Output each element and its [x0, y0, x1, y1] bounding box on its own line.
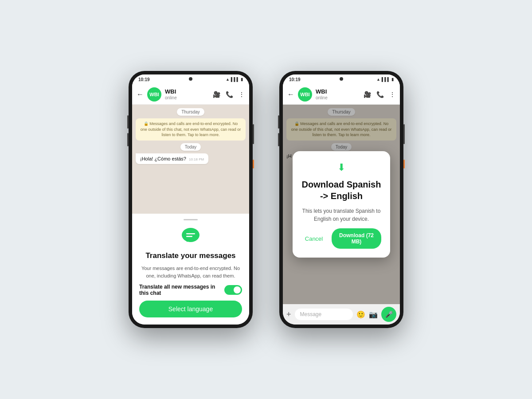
chat-bubble-icon [180, 225, 201, 246]
phone-2-screen: 10:19 ▲ ▌▌▌ ▮ ← WBI WBI online 🎥 📞 ⋮ [283, 74, 400, 325]
time-display-2: 10:19 [289, 77, 301, 82]
avatar-1: WBI [147, 87, 161, 102]
back-button-2[interactable]: ← [287, 90, 294, 98]
download-icon: ⬇ [337, 162, 345, 173]
date-label-thursday-1: Thursday [177, 108, 204, 116]
header-icons-2: 🎥 📞 ⋮ [364, 91, 395, 98]
input-bar-2: + Message 🙂 📷 🎤 [283, 304, 400, 325]
power-button-2 [403, 124, 405, 144]
call-icon-1[interactable]: 📞 [226, 91, 233, 98]
mic-icon: 🎤 [385, 311, 393, 318]
signal-icon-1: ▌▌▌ [231, 77, 239, 82]
contact-info-1: WBI online [165, 88, 209, 100]
volume-button-2 [127, 133, 129, 146]
video-icon-1[interactable]: 🎥 [213, 91, 220, 98]
chat-area-1: Thursday 🔒 Messages and calls are end-to… [132, 105, 249, 214]
contact-name-2: WBI [316, 88, 360, 95]
download-dialog: ⬇ Download Spanish -> English This lets … [293, 151, 390, 258]
avatar-2: WBI [298, 87, 312, 102]
message-time-1: 10:18 PM [189, 157, 204, 161]
contact-status-2: online [316, 95, 360, 100]
dialog-description: This lets you translate Spanish to Engli… [301, 207, 381, 223]
phone-1-screen: 10:19 ▲ ▌▌▌ ▮ ← WBI WBI online 🎥 📞 ⋮ [132, 74, 249, 325]
mic-button[interactable]: 🎤 [381, 307, 396, 322]
message-input[interactable]: Message [295, 309, 353, 320]
volume-button-3 [278, 115, 279, 129]
contact-info-2: WBI online [316, 88, 360, 100]
status-bar-1: 10:19 ▲ ▌▌▌ ▮ [132, 74, 249, 84]
video-icon-2[interactable]: 🎥 [364, 91, 371, 98]
toggle-row-1: Translate all new messages in this chat [139, 284, 242, 296]
orange-stripe-2 [403, 160, 405, 168]
dialog-overlay: ⬇ Download Spanish -> English This lets … [283, 105, 400, 304]
toggle-switch-1[interactable] [224, 285, 242, 295]
status-icons-2: ▲ ▌▌▌ ▮ [376, 77, 394, 82]
svg-point-0 [182, 228, 200, 242]
svg-rect-2 [186, 236, 192, 237]
select-language-button[interactable]: Select language [139, 301, 242, 317]
message-text-1: ¡Hola! ¿Cómo estás? [140, 156, 186, 161]
status-bar-2: 10:19 ▲ ▌▌▌ ▮ [283, 74, 400, 84]
volume-button-4 [278, 133, 279, 146]
chat-bubble-1: ¡Hola! ¿Cómo estás? 10:18 PM [136, 153, 208, 164]
dialog-buttons: Cancel Download (72 MB) [301, 228, 381, 249]
power-button [253, 124, 254, 144]
phone-1: 10:19 ▲ ▌▌▌ ▮ ← WBI WBI online 🎥 📞 ⋮ [129, 71, 253, 328]
menu-icon-2[interactable]: ⋮ [389, 91, 395, 98]
wifi-icon-1: ▲ [226, 77, 230, 82]
orange-stripe [253, 160, 254, 168]
status-icons-1: ▲ ▌▌▌ ▮ [226, 77, 243, 82]
bottom-sheet-1: Translate your messages Your messages ar… [132, 214, 249, 325]
contact-name-1: WBI [165, 88, 209, 95]
toggle-label-1: Translate all new messages in this chat [139, 284, 224, 296]
volume-button-1 [127, 115, 129, 129]
date-label-today-1: Today [180, 143, 201, 151]
contact-status-1: online [165, 95, 209, 100]
translate-desc-1: Your messages are end-to-end encrypted. … [139, 265, 242, 279]
plus-icon[interactable]: + [286, 310, 291, 319]
dialog-title: Download Spanish -> English [301, 179, 381, 202]
header-icons-1: 🎥 📞 ⋮ [213, 91, 245, 98]
download-button[interactable]: Download (72 MB) [332, 228, 381, 249]
signal-icon-2: ▌▌▌ [382, 77, 390, 82]
phone-2: 10:19 ▲ ▌▌▌ ▮ ← WBI WBI online 🎥 📞 ⋮ [279, 71, 403, 328]
cancel-button[interactable]: Cancel [301, 235, 326, 242]
wa-header-1: ← WBI WBI online 🎥 📞 ⋮ [132, 84, 249, 105]
camera-icon[interactable]: 📷 [369, 310, 378, 319]
chat-area-2: Thursday 🔒 Messages and calls are end-to… [283, 105, 400, 304]
svg-rect-1 [186, 233, 195, 235]
wifi-icon-2: ▲ [376, 77, 380, 82]
wa-header-2: ← WBI WBI online 🎥 📞 ⋮ [283, 84, 400, 105]
translate-title-1: Translate your messages [145, 251, 235, 260]
emoji-icon[interactable]: 🙂 [356, 310, 365, 319]
call-icon-2[interactable]: 📞 [376, 91, 384, 98]
encryption-notice-1: 🔒 Messages and calls are end-to-end encr… [136, 118, 246, 141]
battery-icon-2: ▮ [391, 77, 394, 82]
battery-icon-1: ▮ [241, 77, 243, 82]
back-button-1[interactable]: ← [137, 90, 144, 98]
translate-icon-1 [180, 225, 202, 247]
sheet-handle-1 [184, 219, 198, 220]
message-placeholder: Message [300, 311, 322, 317]
menu-icon-1[interactable]: ⋮ [239, 91, 245, 98]
time-display-1: 10:19 [138, 77, 150, 82]
